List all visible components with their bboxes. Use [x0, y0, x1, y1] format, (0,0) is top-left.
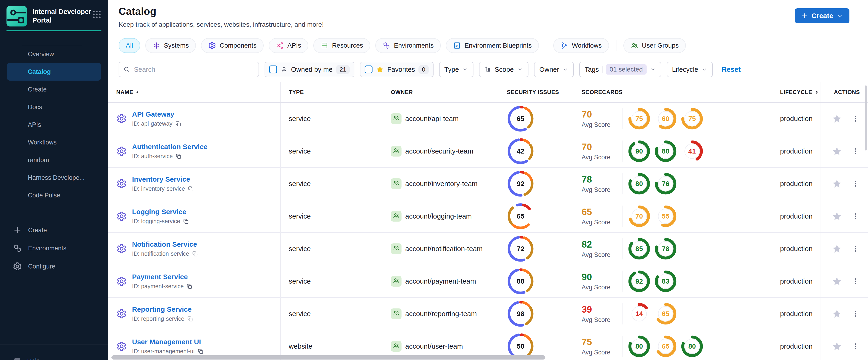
owned-by-me-checkbox[interactable]	[269, 65, 277, 73]
lifecycle-dropdown[interactable]: Lifecycle	[667, 62, 713, 77]
entity-name-link[interactable]: Notification Service	[132, 240, 198, 248]
entity-name-link[interactable]: API Gateway	[132, 110, 181, 118]
tab-group-separator	[546, 40, 546, 51]
tab-components[interactable]: Components	[201, 38, 264, 53]
scorecard-ring: 75	[681, 108, 703, 130]
kebab-menu-icon[interactable]	[851, 212, 860, 220]
app-grid-icon[interactable]	[92, 9, 102, 21]
copy-icon[interactable]	[186, 283, 192, 290]
tab-environments[interactable]: Environments	[375, 38, 441, 53]
favorite-star-icon[interactable]	[832, 309, 842, 319]
sidebar-item-docs[interactable]: Docs	[7, 98, 101, 116]
name-cell: API Gateway ID: api-gateway	[108, 103, 281, 135]
tab-systems[interactable]: Systems	[145, 38, 196, 53]
vertical-scrollbar[interactable]	[865, 86, 867, 150]
column-header-name[interactable]: NAME	[108, 82, 281, 102]
avg-score-label: Avg Score	[582, 186, 616, 193]
search-box	[119, 62, 259, 77]
tab-user-groups[interactable]: User Groups	[623, 38, 686, 53]
security-issues-value: 65	[517, 115, 524, 123]
create-button[interactable]: Create	[795, 8, 849, 23]
sidebar-item-workflows[interactable]: Workflows	[7, 133, 101, 151]
entity-name-link[interactable]: Inventory Service	[132, 175, 194, 183]
tab-apis[interactable]: APIs	[269, 38, 308, 53]
scope-dropdown[interactable]: Scope	[479, 62, 528, 77]
lifecycle-cell: production	[772, 168, 820, 200]
column-header-type: TYPE	[281, 82, 385, 102]
entity-name-link[interactable]: Authentication Service	[132, 143, 208, 151]
lifecycle-cell: production	[772, 330, 820, 360]
reset-filters-link[interactable]: Reset	[721, 65, 741, 73]
sidebar-item-create[interactable]: Create	[7, 81, 101, 98]
tags-selected-pill: 01 selected	[606, 64, 646, 74]
tab-resources[interactable]: Resources	[313, 38, 370, 53]
tab-all[interactable]: All	[119, 38, 140, 53]
name-cell: Reporting Service ID: reporting-service	[108, 298, 281, 330]
table-row[interactable]: Inventory Service ID: inventory-service …	[108, 168, 868, 200]
table-row[interactable]: API Gateway ID: api-gateway service acco…	[108, 103, 868, 135]
column-header-lifecycle[interactable]: LIFECYCLE	[772, 82, 820, 102]
avg-score-value: 65	[582, 207, 616, 217]
kebab-menu-icon[interactable]	[851, 147, 860, 155]
filters-row: Owned by me 21 Favorites 0 Type Scope Ow…	[108, 57, 868, 82]
entity-name-link[interactable]: Reporting Service	[132, 305, 193, 313]
security-issues-value: 42	[517, 147, 524, 155]
kebab-menu-icon[interactable]	[851, 277, 860, 285]
owner-dropdown[interactable]: Owner	[534, 62, 574, 77]
entity-name-link[interactable]: Logging Service	[132, 208, 189, 216]
kebab-menu-icon[interactable]	[851, 310, 860, 318]
tab-workflows[interactable]: Workflows	[553, 38, 609, 53]
tags-dropdown[interactable]: Tags 01 selected	[579, 62, 661, 77]
table-row[interactable]: Reporting Service ID: reporting-service …	[108, 298, 868, 330]
scorecard-value: 41	[688, 148, 696, 155]
favorite-star-icon[interactable]	[832, 244, 842, 253]
scorecards-cell: 70 Avg Score 756075	[576, 103, 772, 135]
favorites-filter[interactable]: Favorites 0	[360, 62, 434, 77]
security-issues-donut: 92	[507, 170, 534, 198]
kebab-menu-icon[interactable]	[851, 180, 860, 188]
lifecycle-cell: production	[772, 233, 820, 265]
copy-icon[interactable]	[187, 316, 193, 322]
copy-icon[interactable]	[188, 186, 194, 192]
sidebar-item-environments[interactable]: Environments	[0, 239, 108, 257]
copy-icon[interactable]	[176, 153, 182, 159]
tab-environment-blueprints[interactable]: Environment Blueprints	[446, 38, 539, 53]
sidebar-item-create[interactable]: Create	[0, 221, 108, 239]
favorite-star-icon[interactable]	[832, 114, 842, 124]
table-row[interactable]: Payment Service ID: payment-service serv…	[108, 265, 868, 298]
table-row[interactable]: Authentication Service ID: auth-service …	[108, 135, 868, 168]
sidebar-item-code-pulse[interactable]: Code Pulse	[7, 186, 101, 204]
favorite-star-icon[interactable]	[832, 211, 842, 221]
scorecard-ring: 90	[628, 140, 650, 162]
sidebar-item-random[interactable]: random	[7, 151, 101, 169]
sidebar-item-overview[interactable]: Overview	[7, 45, 101, 63]
table-row[interactable]: Notification Service ID: notification-se…	[108, 233, 868, 265]
copy-icon[interactable]	[192, 251, 198, 257]
copy-icon[interactable]	[175, 121, 181, 127]
security-issues-donut: 65	[507, 203, 534, 230]
table-row[interactable]: Logging Service ID: logging-service serv…	[108, 200, 868, 233]
type-dropdown[interactable]: Type	[439, 62, 474, 77]
entity-name-link[interactable]: Payment Service	[132, 273, 192, 281]
favorite-star-icon[interactable]	[832, 146, 842, 156]
owned-by-me-filter[interactable]: Owned by me 21	[265, 62, 354, 77]
sidebar-item-catalog[interactable]: Catalog	[7, 63, 101, 81]
kebab-menu-icon[interactable]	[851, 245, 860, 253]
horizontal-scrollbar[interactable]	[112, 355, 546, 360]
sidebar-item-harness-develope[interactable]: Harness Develope...	[7, 169, 101, 186]
favorite-star-icon[interactable]	[832, 179, 842, 188]
sidebar-item-help[interactable]: Help	[0, 357, 108, 360]
sidebar-item-configure[interactable]: Configure	[0, 257, 108, 275]
sidebar-item-apis[interactable]: APIs	[7, 116, 101, 133]
favorites-checkbox[interactable]	[365, 65, 372, 73]
help-icon	[13, 357, 22, 360]
favorite-star-icon[interactable]	[832, 341, 842, 351]
copy-icon[interactable]	[183, 218, 189, 224]
scorecards-cell: 39 Avg Score 1465	[576, 298, 772, 330]
copy-icon[interactable]	[197, 349, 204, 354]
kebab-menu-icon[interactable]	[851, 342, 860, 350]
kebab-menu-icon[interactable]	[851, 115, 860, 123]
favorite-star-icon[interactable]	[832, 276, 842, 286]
search-input[interactable]	[134, 66, 254, 73]
entity-name-link[interactable]: User Management UI	[132, 338, 204, 346]
